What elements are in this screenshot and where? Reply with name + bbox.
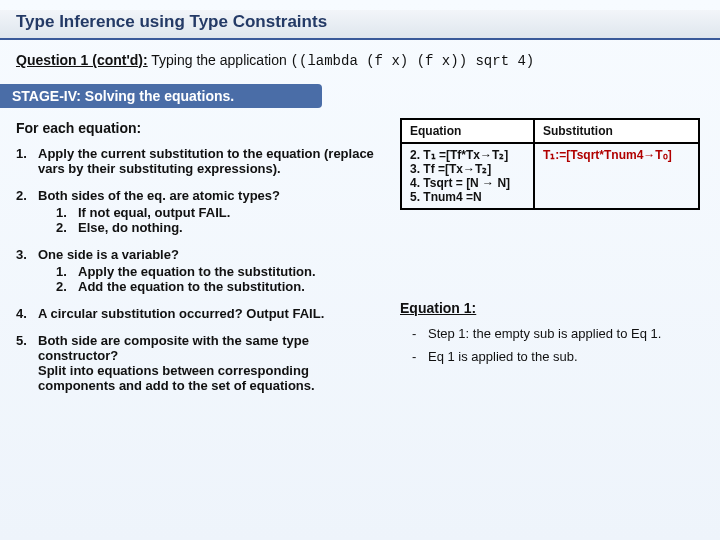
step-2: 2. Both sides of the eq. are atomic type… (16, 188, 376, 235)
th-substitution: Substitution (534, 119, 699, 143)
step-num: 3. (16, 247, 38, 294)
step-4: 4. A circular substitution occurred? Out… (16, 306, 376, 321)
step-3: 3. One side is a variable? 1.Apply the e… (16, 247, 376, 294)
step-head: Both side are composite with the same ty… (38, 333, 376, 363)
substep-num: 2. (56, 279, 78, 294)
foreach-label: For each equation: (16, 120, 141, 136)
step-tail: Split into equations between correspondi… (38, 363, 376, 393)
eq-row: 4. Tsqrt = [N → N] (410, 176, 525, 190)
eq1-text: Step 1: the empty sub is applied to Eq 1… (428, 326, 661, 341)
substep-text: Add the equation to the substitution. (78, 279, 376, 294)
td-equations: 2. T₁ =[Tf*Tx→T₂] 3. Tf =[Tx→T₂] 4. Tsqr… (401, 143, 534, 209)
th-equation: Equation (401, 119, 534, 143)
equation-substitution-table: Equation Substitution 2. T₁ =[Tf*Tx→T₂] … (400, 118, 700, 210)
substep-text: Else, do nothing. (78, 220, 376, 235)
equation1-label: Equation 1: (400, 300, 476, 316)
title-underline (0, 38, 720, 40)
substep-num: 1. (56, 205, 78, 220)
substep: 2.Else, do nothing. (56, 220, 376, 235)
question-label: Question 1 (cont'd): (16, 52, 148, 68)
step-head: One side is a variable? (38, 247, 376, 262)
substep: 2.Add the equation to the substitution. (56, 279, 376, 294)
td-substitution: T₁:=[Tsqrt*Tnum4→T₀] (534, 143, 699, 209)
eq-row: 3. Tf =[Tx→T₂] (410, 162, 525, 176)
stage-bar: STAGE-IV: Solving the equations. (0, 84, 322, 108)
page-title: Type Inference using Type Constraints (16, 12, 327, 32)
question-lead: Typing the application (148, 52, 291, 68)
step-num: 1. (16, 146, 38, 176)
question-line: Question 1 (cont'd): Typing the applicat… (16, 52, 534, 69)
substep-text: Apply the equation to the substitution. (78, 264, 376, 279)
steps-list: 1. Apply the current substitution to the… (16, 146, 376, 405)
slide: Type Inference using Type Constraints Qu… (0, 0, 720, 540)
eq1-item: -Eq 1 is applied to the sub. (412, 349, 661, 364)
eq1-item: -Step 1: the empty sub is applied to Eq … (412, 326, 661, 341)
step-head: A circular substitution occurred? Output… (38, 306, 324, 321)
equation1-steps: -Step 1: the empty sub is applied to Eq … (412, 326, 661, 372)
step-head: Both sides of the eq. are atomic types? (38, 188, 376, 203)
substep-text: If not equal, output FAIL. (78, 205, 376, 220)
eq-row: 5. Tnum4 =N (410, 190, 525, 204)
step-num: 5. (16, 333, 38, 393)
substep: 1.Apply the equation to the substitution… (56, 264, 376, 279)
substep-num: 2. (56, 220, 78, 235)
question-code: ((lambda (f x) (f x)) sqrt 4) (291, 53, 535, 69)
substep-num: 1. (56, 264, 78, 279)
substep: 1.If not equal, output FAIL. (56, 205, 376, 220)
step-num: 4. (16, 306, 38, 321)
eq-row: 2. T₁ =[Tf*Tx→T₂] (410, 148, 525, 162)
step-1: 1. Apply the current substitution to the… (16, 146, 376, 176)
step-head: Apply the current substitution to the eq… (38, 146, 374, 176)
step-num: 2. (16, 188, 38, 235)
eq1-text: Eq 1 is applied to the sub. (428, 349, 578, 364)
step-5: 5. Both side are composite with the same… (16, 333, 376, 393)
